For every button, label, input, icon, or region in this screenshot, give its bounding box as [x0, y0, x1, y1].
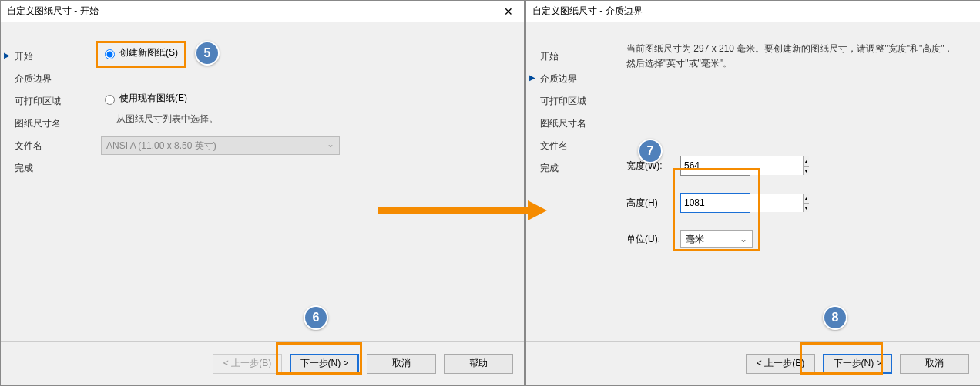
sidebar-item-media[interactable]: 介质边界 [15, 68, 86, 90]
cancel-button-r[interactable]: 取消 [900, 354, 969, 374]
sidebar-item-filename[interactable]: 文件名 [15, 135, 86, 157]
dialog-media: 自定义图纸尺寸 - 介质边界 开始 介质边界 可打印区域 图纸尺寸名 文件名 完… [525, 0, 980, 386]
radio-create-new[interactable]: 创建新图纸(S) [101, 42, 508, 64]
sidebar-item-finish[interactable]: 完成 [15, 157, 86, 180]
sidebar-item-filename-r[interactable]: 文件名 [540, 135, 611, 157]
radio-use-existing-label: 使用现有图纸(E) [119, 92, 187, 105]
width-input[interactable] [681, 156, 803, 175]
height-down[interactable]: ▼ [804, 204, 809, 213]
sidebar-item-start[interactable]: 开始 [15, 45, 86, 68]
back-button-r[interactable]: < 上一步(B) [746, 354, 815, 374]
content-right: 当前图纸尺寸为 297 x 210 毫米。要创建新的图纸尺寸，请调整"宽度"和"… [611, 22, 980, 338]
titlebar-left: 自定义图纸尺寸 - 开始 ✕ [1, 1, 524, 22]
content-left: 创建新图纸(S) 使用现有图纸(E) 从图纸尺寸列表中选择。 ANSI A (1… [86, 22, 524, 338]
sidebar-item-media-r[interactable]: 介质边界 [540, 68, 611, 90]
combo-value: ANSI A (11.00 x 8.50 英寸) [106, 140, 216, 153]
height-up[interactable]: ▲ [804, 194, 809, 204]
width-label: 宽度(W): [626, 160, 680, 173]
height-label: 高度(H) [626, 197, 680, 210]
sidebar-item-start-r[interactable]: 开始 [540, 45, 611, 68]
paper-size-combo[interactable]: ANSI A (11.00 x 8.50 英寸) [101, 136, 340, 155]
titlebar-right: 自定义图纸尺寸 - 介质边界 [526, 1, 980, 22]
sidebar-item-sizename-r[interactable]: 图纸尺寸名 [540, 113, 611, 135]
height-spinner[interactable]: ▲ ▼ [680, 193, 750, 213]
help-button[interactable]: 帮助 [444, 354, 513, 374]
dialog-body-left: 开始 介质边界 可打印区域 图纸尺寸名 文件名 完成 创建新图纸(S) 使用现有… [1, 22, 524, 338]
height-row: 高度(H) ▲ ▼ [626, 193, 965, 213]
sidebar-item-finish-r[interactable]: 完成 [540, 157, 611, 180]
helper-text: 从图纸尺寸列表中选择。 [101, 109, 508, 126]
title-text-right: 自定义图纸尺寸 - 介质边界 [532, 5, 643, 18]
footer-left: < 上一步(B) 下一步(N) > 取消 帮助 [1, 341, 524, 385]
dialog-body-right: 开始 介质边界 可打印区域 图纸尺寸名 文件名 完成 当前图纸尺寸为 297 x… [526, 22, 980, 338]
sidebar-item-printable-r[interactable]: 可打印区域 [540, 90, 611, 113]
width-down[interactable]: ▼ [804, 167, 809, 176]
info-text: 当前图纸尺寸为 297 x 210 毫米。要创建新的图纸尺寸，请调整"宽度"和"… [626, 42, 965, 71]
sidebar-item-sizename[interactable]: 图纸尺寸名 [15, 113, 86, 135]
next-button-r[interactable]: 下一步(N) > [823, 354, 892, 374]
radio-create-new-input[interactable] [105, 49, 115, 59]
width-spinner[interactable]: ▲ ▼ [680, 156, 750, 176]
dialog-start: 自定义图纸尺寸 - 开始 ✕ 开始 介质边界 可打印区域 图纸尺寸名 文件名 完… [0, 0, 525, 386]
radio-create-new-label: 创建新图纸(S) [119, 46, 178, 59]
unit-select[interactable]: 毫米 [680, 230, 753, 248]
radio-use-existing[interactable]: 使用现有图纸(E) [101, 87, 508, 109]
title-text: 自定义图纸尺寸 - 开始 [7, 5, 99, 18]
unit-value: 毫米 [686, 233, 704, 246]
height-input[interactable] [681, 194, 803, 212]
back-button: < 上一步(B) [213, 354, 282, 374]
width-row: 宽度(W): ▲ ▼ [626, 156, 965, 176]
footer-right: < 上一步(B) 下一步(N) > 取消 [526, 341, 980, 385]
sidebar-right: 开始 介质边界 可打印区域 图纸尺寸名 文件名 完成 [526, 22, 611, 338]
next-button[interactable]: 下一步(N) > [290, 354, 359, 374]
close-button[interactable]: ✕ [493, 1, 524, 22]
unit-label: 单位(U): [626, 233, 680, 246]
width-up[interactable]: ▲ [804, 156, 809, 167]
radio-use-existing-input[interactable] [105, 95, 115, 105]
unit-row: 单位(U): 毫米 [626, 230, 965, 248]
sidebar-item-printable[interactable]: 可打印区域 [15, 90, 86, 113]
sidebar-left: 开始 介质边界 可打印区域 图纸尺寸名 文件名 完成 [1, 22, 86, 338]
cancel-button[interactable]: 取消 [367, 354, 436, 374]
